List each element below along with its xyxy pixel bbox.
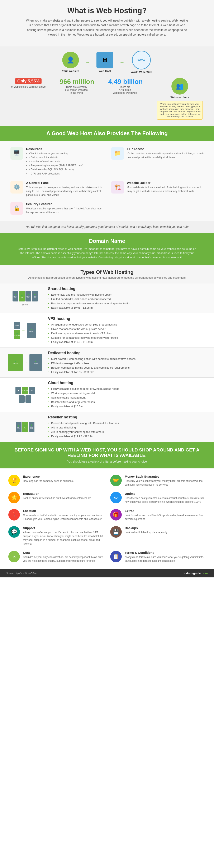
footer: Source: http://bpd.OpenOffice firstsiteg…	[0, 569, 214, 578]
reputation-icon: ⭐	[8, 492, 20, 503]
experience-title: Experience	[23, 475, 74, 478]
money-back-icon: 🤝	[110, 475, 122, 486]
terms-title: Terms & Conditions	[125, 551, 206, 554]
uptime-title: Uptime	[125, 492, 206, 495]
shared-bullet-3: Best for start-ups to maintain low-moder…	[48, 302, 208, 306]
features-grid: 🖥️ Resources Check the features you are …	[0, 141, 214, 221]
dedicated-info: Dedicated hosting Most powerful web host…	[44, 351, 208, 374]
good-host-header: A Good Web Host Also Provides The Follow…	[0, 126, 214, 141]
dedicated-title: Dedicated hosting	[48, 351, 208, 355]
footer-brand: firstsiteguide.com	[182, 571, 208, 575]
knowledge-text: You will also find that good web hosts u…	[10, 225, 204, 228]
server-block-you: You	[19, 291, 25, 302]
vps-bullet-1: Amalgamation of dedicated server plus Sh…	[48, 322, 208, 327]
person-icon: 👤	[62, 52, 79, 68]
cloud-block-5: ☁	[26, 395, 31, 403]
shared-diagram: Other site You Other site Other site Ser…	[6, 291, 44, 306]
backups-icon: 💾	[110, 526, 122, 538]
reseller-info: Reseller hosting Powerful control panels…	[44, 415, 208, 438]
types-title: Types Of Web Hosting	[4, 269, 210, 275]
criteria-terms: 📋 Terms & Conditions Always read this! M…	[110, 551, 206, 563]
website-builder-desc: Most web hosts include some kind of site…	[127, 186, 204, 193]
reputation-desc: Look at online reviews to find out how s…	[23, 496, 91, 500]
vps-diagram: Other Your site → Server	[6, 322, 44, 339]
vps-block-other: Other	[14, 322, 20, 329]
ftp-icon: 📁	[111, 147, 124, 160]
control-panel-title: A Control Panel	[26, 181, 103, 185]
stat2-label: There are4,49 billionweb pages worldwide	[108, 86, 142, 94]
feature-website-builder: 🏗️ Website Builder Most web hosts includ…	[111, 181, 204, 197]
cost-desc: Shouldn't be your only consideration, bu…	[23, 555, 104, 563]
website-users-box: 👥 Website Users When internet users want…	[157, 78, 203, 120]
cloud-bullets: Highly scalable solution to meet growing…	[48, 387, 208, 409]
footer-source: Source: http://bpd.OpenOffice	[6, 572, 37, 575]
extras-icon: 🎁	[110, 509, 122, 521]
dedicated-bullet-2: Efficiently manage traffic spikes	[48, 361, 208, 366]
money-back-title: Money Back Guarantee	[125, 475, 206, 478]
dedicated-bullet-4: Easily available at $49.95 - $53.9/m	[48, 370, 208, 374]
shared-bullet-1: Economical and the most basic web hostin…	[48, 293, 208, 297]
stat2-number: 4,49 billion	[108, 78, 143, 86]
server-block-other3: Other site	[32, 291, 38, 302]
reseller-bullet-2: Aid in brand building	[48, 426, 208, 430]
signup-section: BEFORE SIGNING UP WITH A WEB HOST, YOU S…	[0, 442, 214, 468]
shared-info: Shared hosting Economical and the most b…	[44, 287, 208, 310]
reseller-bullets: Powerful control panels along with Domai…	[48, 421, 208, 438]
webpages-stat: 4,49 billion There are4,49 billionweb pa…	[108, 78, 143, 94]
criteria-experience: 🏆 Experience How long has the company be…	[8, 475, 104, 487]
hosting-dedicated: Your site → Server Dedicated hosting Mos…	[0, 348, 214, 378]
web-host-label: Web Host	[97, 69, 113, 72]
www-icon: WWW	[132, 51, 151, 69]
security-title: Security Features	[26, 202, 103, 206]
cloud-bullet-1: Highly scalable solution to meet growing…	[48, 387, 208, 391]
dedicated-block-you: Your site	[8, 354, 23, 371]
criteria-support: 💬 Support All web hosts offer support, b…	[8, 526, 104, 546]
money-back-desc: Hopefully you wouldn't want your money b…	[125, 479, 206, 487]
cloud-block-3: ☁	[29, 387, 35, 394]
your-website-label: Your Website	[62, 69, 79, 72]
uptime-desc: Does the web host guarantee a certain am…	[125, 496, 206, 504]
domain-text: Before we jump into the different types …	[17, 247, 197, 260]
cloud-bullet-4: Best for SMBs and large enterprises	[48, 400, 208, 404]
users-icon: 👥	[171, 78, 188, 95]
cloud-bullet-2: Works on pay-per-use pricing model	[48, 391, 208, 396]
hosting-shared: Other site You Other site Other site Ser…	[0, 283, 214, 313]
signup-subtext: You should use a variety of criteria bef…	[10, 460, 204, 463]
good-host-title: A Good Web Host Also Provides The Follow…	[4, 130, 210, 136]
reseller-diagram: Other You Other site	[6, 422, 44, 432]
experience-desc: How long has the company been in busines…	[23, 479, 74, 483]
signup-header: BEFORE SIGNING UP WITH A WEB HOST, YOU S…	[10, 447, 204, 458]
ftp-title: FTP Access	[127, 147, 204, 151]
criteria-grid: 🏆 Experience How long has the company be…	[0, 468, 214, 569]
cloud-info: Cloud hosting Highly scalable solution t…	[44, 381, 208, 409]
arrow-right-2: →	[119, 59, 124, 65]
criteria-money-back: 🤝 Money Back Guarantee Hopefully you wou…	[110, 475, 206, 487]
extras-desc: Look for extras such as SimpleScripts In…	[125, 514, 206, 521]
cost-icon: $	[8, 551, 20, 562]
backups-title: Backups	[125, 526, 167, 530]
knowledge-box: You will also find that good web hosts u…	[0, 221, 214, 232]
criteria-backups: 💾 Backups Look web which backup data reg…	[110, 526, 206, 546]
resources-title: Resources	[26, 147, 83, 151]
cloud-diagram: ☁ Your site ☁ ☁ ☁	[6, 387, 44, 403]
browser-text: When internet users want to view your we…	[157, 101, 203, 120]
server-block-other2: Other site	[26, 291, 31, 302]
feature-control-panel: ⚙️ A Control Panel This allows you to ma…	[10, 181, 103, 197]
website-builder-title: Website Builder	[127, 181, 204, 185]
dedicated-arrow: →	[24, 360, 28, 365]
resources-item-1: Check the features you are getting:	[29, 152, 83, 156]
reputation-title: Reputation	[23, 492, 91, 495]
vps-bullets: Amalgamation of dedicated server plus Sh…	[48, 322, 208, 344]
resources-item-5: - Databases (MySQL, MS SQL, Access)	[29, 167, 83, 172]
percent-desc: of websites are currently active	[11, 85, 46, 88]
shared-server-label: Server	[22, 303, 28, 306]
resources-item-3: - Number of email accounts	[29, 160, 83, 164]
vps-info: VPS hosting Amalgamation of dedicated se…	[44, 316, 208, 344]
location-desc: Choose a host that's located in the same…	[23, 514, 104, 521]
dedicated-bullet-1: Most powerful web hosting option with co…	[48, 357, 208, 361]
vps-bullet-5: Easily available at $17.9 - $19.9/m	[48, 340, 208, 344]
vps-bullet-2: Gives root access to the virtual private…	[48, 327, 208, 331]
reseller-block-other1: Other	[16, 422, 22, 432]
websites-stat: 966 million There are currently966 milli…	[60, 78, 94, 94]
types-subtext: As technology has progressed different t…	[4, 276, 210, 279]
